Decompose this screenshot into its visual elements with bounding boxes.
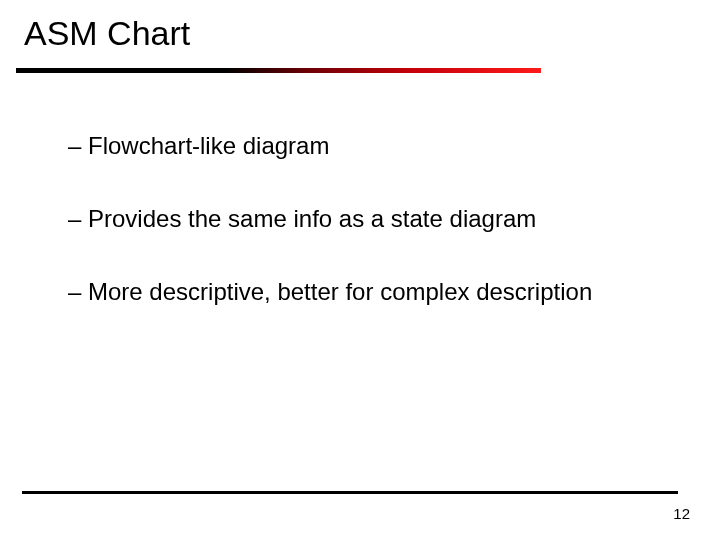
list-item: – Provides the same info as a state diag… — [68, 203, 668, 234]
slide: ASM Chart – Flowchart-like diagram – Pro… — [0, 0, 720, 540]
title-underline — [16, 68, 541, 73]
page-number: 12 — [673, 505, 690, 522]
bullet-list: – Flowchart-like diagram – Provides the … — [68, 130, 668, 350]
list-item: – Flowchart-like diagram — [68, 130, 668, 161]
list-item: – More descriptive, better for complex d… — [68, 276, 668, 307]
slide-title: ASM Chart — [24, 14, 190, 53]
footer-rule — [22, 491, 678, 494]
